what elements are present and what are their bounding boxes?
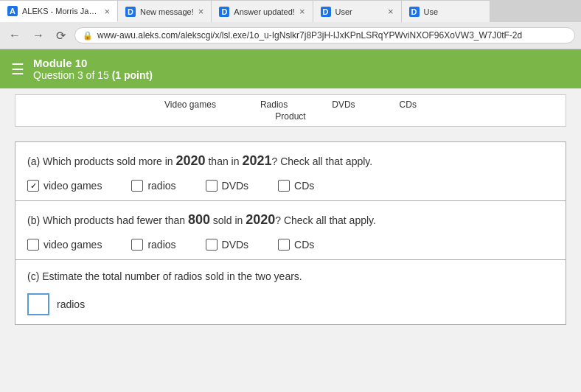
- question-points: (1 point): [112, 69, 153, 81]
- tab-label-aleks: ALEKS - Morris Jackso: [22, 7, 100, 15]
- chart-x-labels: Video games Radios DVDs CDs: [164, 99, 417, 110]
- unit-label-c: radios: [57, 298, 85, 310]
- label-b-radios: radios: [147, 239, 175, 251]
- label-b-dvds: DVDs: [222, 239, 249, 251]
- label-a-dvds: DVDs: [222, 180, 249, 192]
- question-a-options: video games radios DVDs CDs: [27, 180, 554, 192]
- question-b-section: (b) Which products had fewer than 800 so…: [15, 201, 566, 260]
- x-label-cds: CDs: [400, 99, 417, 110]
- label-b-videogames: video games: [44, 239, 102, 251]
- questions-container: (a) Which products sold more in 2020 tha…: [15, 141, 566, 325]
- question-a-year2: 2021: [242, 153, 271, 168]
- option-a-videogames[interactable]: video games: [27, 180, 102, 192]
- x-label-radios: Radios: [260, 99, 288, 110]
- tab-use[interactable]: D Use: [402, 0, 490, 22]
- checkbox-b-dvds[interactable]: [206, 239, 218, 251]
- tab-close-answer[interactable]: ×: [299, 6, 305, 17]
- question-b-year: 2020: [246, 212, 275, 227]
- option-b-radios[interactable]: radios: [131, 239, 175, 251]
- lock-icon: 🔒: [83, 31, 93, 41]
- label-a-cds: CDs: [294, 180, 314, 192]
- checkbox-b-cds[interactable]: [278, 239, 290, 251]
- x-axis-title: Product: [275, 111, 305, 122]
- tab-label-user: User: [335, 7, 383, 16]
- checkbox-b-videogames[interactable]: [27, 239, 39, 251]
- address-bar: ← → ⟳ 🔒 www-awu.aleks.com/alekscgi/x/lsl…: [0, 22, 581, 49]
- question-b-text: (b) Which products had fewer than 800 so…: [27, 210, 554, 230]
- tab-icon-answer: D: [219, 7, 229, 17]
- option-b-dvds[interactable]: DVDs: [206, 239, 249, 251]
- tab-label-use: Use: [424, 7, 482, 16]
- tab-close-newmessage[interactable]: ×: [198, 6, 204, 17]
- tab-close-aleks[interactable]: ×: [104, 6, 110, 17]
- tab-user[interactable]: D User ×: [313, 0, 402, 22]
- tab-answer[interactable]: D Answer updated! ×: [212, 0, 313, 22]
- x-label-videogames: Video games: [164, 99, 216, 110]
- label-b-cds: CDs: [294, 239, 314, 251]
- question-c-input-row: radios: [27, 293, 554, 315]
- question-c-section: (c) Estimate the total number of radios …: [15, 260, 566, 324]
- tab-bar: A ALEKS - Morris Jackso × D New message!…: [0, 0, 581, 22]
- question-c-text: (c) Estimate the total number of radios …: [27, 269, 554, 284]
- x-label-dvds: DVDs: [332, 99, 355, 110]
- tab-label-answer: Answer updated!: [234, 7, 295, 16]
- tab-newmessage[interactable]: D New message! ×: [118, 0, 212, 22]
- hamburger-menu[interactable]: ☰: [11, 60, 24, 78]
- checkbox-a-dvds[interactable]: [206, 180, 218, 192]
- question-a-section: (a) Which products sold more in 2020 tha…: [15, 142, 566, 201]
- option-a-cds[interactable]: CDs: [278, 180, 314, 192]
- option-a-radios[interactable]: radios: [131, 180, 175, 192]
- label-a-radios: radios: [147, 180, 175, 192]
- question-b-threshold: 800: [188, 212, 210, 227]
- tab-aleks[interactable]: A ALEKS - Morris Jackso ×: [0, 0, 118, 22]
- answer-input-c[interactable]: [27, 293, 49, 315]
- question-b-options: video games radios DVDs CDs: [27, 239, 554, 251]
- forward-button[interactable]: →: [29, 27, 47, 43]
- refresh-button[interactable]: ⟳: [53, 27, 69, 44]
- tab-close-user[interactable]: ×: [388, 6, 394, 17]
- tab-label-newmessage: New message!: [140, 7, 194, 16]
- question-info: Question 3 of 15 (1 point): [33, 69, 153, 81]
- browser-chrome: A ALEKS - Morris Jackso × D New message!…: [0, 0, 581, 49]
- option-b-videogames[interactable]: video games: [27, 239, 102, 251]
- question-number: Question 3 of 15: [33, 69, 109, 81]
- module-number: Module 10: [33, 57, 153, 69]
- question-a-year1: 2020: [176, 153, 206, 168]
- tab-icon-aleks: A: [7, 6, 18, 16]
- checkbox-a-radios[interactable]: [131, 180, 143, 192]
- checkbox-b-radios[interactable]: [131, 239, 143, 251]
- checkbox-a-cds[interactable]: [278, 180, 290, 192]
- option-a-dvds[interactable]: DVDs: [206, 180, 249, 192]
- module-title: Module 10 Question 3 of 15 (1 point): [33, 57, 153, 81]
- module-header: ☰ Module 10 Question 3 of 15 (1 point): [0, 49, 581, 88]
- label-a-videogames: video games: [44, 180, 102, 192]
- tab-icon-use: D: [409, 7, 420, 17]
- tab-icon-user: D: [321, 7, 331, 17]
- back-button[interactable]: ←: [6, 27, 24, 43]
- url-bar[interactable]: 🔒 www-awu.aleks.com/alekscgi/x/lsl.exe/1…: [74, 27, 575, 43]
- option-b-cds[interactable]: CDs: [278, 239, 314, 251]
- tab-icon-newmessage: D: [125, 7, 136, 17]
- url-text: www-awu.aleks.com/alekscgi/x/lsl.exe/1o_…: [97, 30, 522, 41]
- chart-area: Video games Radios DVDs CDs Product: [15, 94, 566, 127]
- checkbox-a-videogames[interactable]: [27, 180, 39, 192]
- question-a-text: (a) Which products sold more in 2020 tha…: [27, 151, 554, 171]
